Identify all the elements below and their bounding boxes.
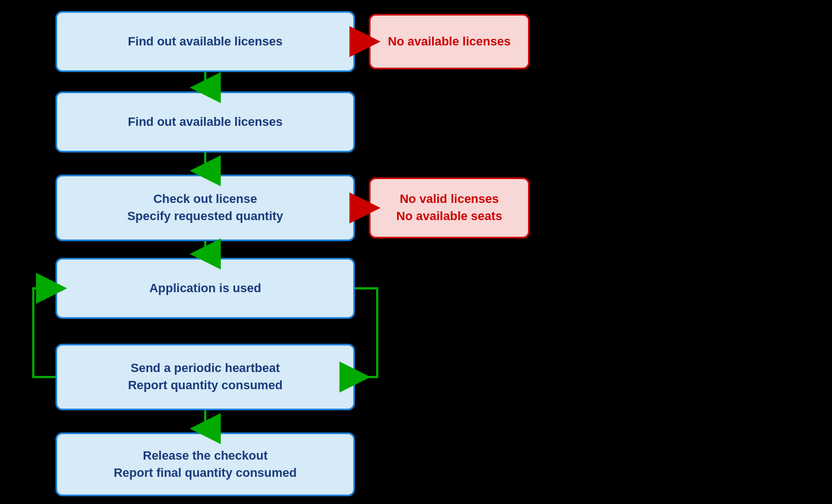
error-no-valid-licenses: No valid licenses No available seats (369, 177, 530, 238)
box-checkout-license: Check out license Specify requested quan… (55, 175, 355, 241)
flow-arrows (0, 0, 832, 504)
error-no-available-licenses: No available licenses (369, 14, 530, 69)
box-find-licenses-1: Find out available licenses (55, 11, 355, 72)
box-find-licenses-2: Find out available licenses (55, 91, 355, 152)
box-application-used: Application is used (55, 258, 355, 319)
box-heartbeat: Send a periodic heartbeat Report quantit… (55, 344, 355, 410)
box-release-checkout: Release the checkout Report final quanti… (55, 432, 355, 496)
diagram-container: Find out available licenses Find out ava… (0, 0, 832, 504)
